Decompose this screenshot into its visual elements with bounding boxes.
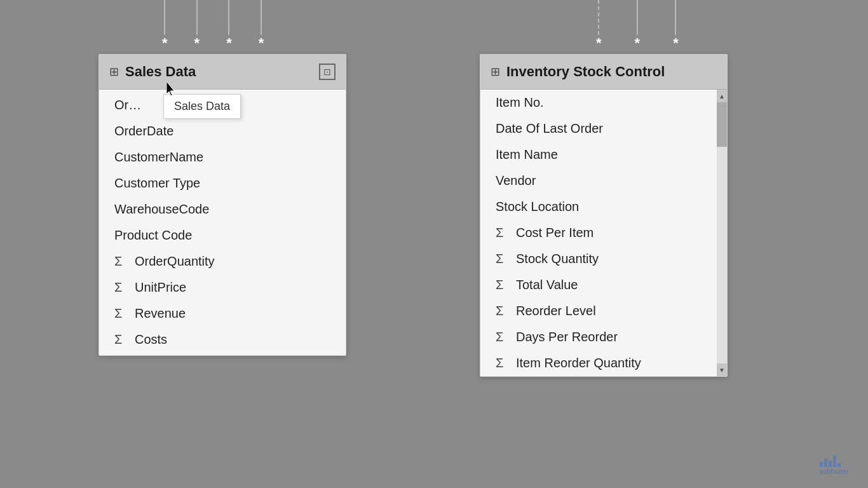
field-costperitem-label: Cost Per Item: [516, 226, 593, 240]
field-stocklocation-label: Stock Location: [496, 200, 579, 214]
asterisk-right-2: *: [635, 35, 641, 51]
inventory-body: Item No. Date Of Last Order Item Name Ve…: [480, 90, 727, 376]
field-costs-label: Costs: [135, 332, 167, 347]
field-unitprice-label: UnitPrice: [135, 280, 186, 295]
watermark-bar-3: [829, 461, 832, 467]
inventory-table: ⊞ Inventory Stock Control Item No. Date …: [480, 54, 728, 377]
field-orderquantity[interactable]: Σ OrderQuantity: [99, 248, 346, 274]
inventory-title: Inventory Stock Control: [506, 64, 717, 80]
field-customername-label: CustomerName: [114, 150, 203, 165]
field-orderquantity-label: OrderQuantity: [135, 254, 215, 269]
inventory-header: ⊞ Inventory Stock Control: [480, 55, 727, 90]
field-totalvalue[interactable]: Σ Total Value: [480, 272, 715, 298]
watermark-text: subfooter: [820, 468, 849, 475]
field-warehousecode[interactable]: WarehouseCode: [99, 196, 346, 222]
sigma-orderquantity: Σ: [114, 254, 128, 269]
field-reorderlevel[interactable]: Σ Reorder Level: [480, 298, 715, 324]
watermark-bar-4: [833, 456, 836, 467]
sales-data-header: ⊞ Sales Data ⊡: [99, 55, 346, 90]
sigma-itemreorderqty: Σ: [496, 356, 510, 370]
field-costperitem[interactable]: Σ Cost Per Item: [480, 220, 715, 246]
field-vendor-label: Vendor: [496, 173, 536, 188]
table-grid-icon: ⊞: [109, 65, 119, 79]
field-customername[interactable]: CustomerName: [99, 144, 346, 170]
field-itemname[interactable]: Item Name: [480, 142, 715, 168]
field-orderdate-label: OrderDate: [114, 124, 173, 139]
asterisk-right-1: *: [596, 35, 602, 51]
field-stocklocation[interactable]: Stock Location: [480, 194, 715, 220]
field-customertype-label: Customer Type: [114, 176, 200, 191]
field-daysperreorder[interactable]: Σ Days Per Reorder: [480, 324, 715, 350]
field-revenue-label: Revenue: [135, 306, 186, 321]
watermark-chart: [820, 456, 849, 467]
field-itemreorderqty-label: Item Reorder Quantity: [516, 356, 641, 370]
field-itemreorderqty[interactable]: Σ Item Reorder Quantity: [480, 350, 715, 376]
sigma-costperitem: Σ: [496, 226, 510, 240]
expand-icon: ⊡: [323, 67, 331, 77]
scroll-up-button[interactable]: ▲: [717, 90, 727, 102]
asterisk-left-3: *: [226, 35, 232, 51]
field-reorderlevel-label: Reorder Level: [516, 304, 596, 318]
field-datelastorder-label: Date Of Last Order: [496, 121, 603, 136]
asterisk-left-1: *: [162, 35, 168, 51]
field-costs[interactable]: Σ Costs: [99, 327, 346, 353]
scroll-down-button[interactable]: ▼: [717, 363, 727, 376]
field-itemname-label: Item Name: [496, 147, 558, 162]
sigma-unitprice: Σ: [114, 280, 128, 295]
field-vendor[interactable]: Vendor: [480, 168, 715, 194]
sigma-costs: Σ: [114, 332, 128, 347]
field-itemno-label: Item No.: [496, 95, 544, 110]
field-itemno[interactable]: Item No.: [480, 90, 715, 116]
watermark-bar-5: [837, 463, 841, 467]
field-totalvalue-label: Total Value: [516, 278, 578, 292]
inventory-grid-icon: ⊞: [491, 65, 500, 79]
sigma-reorderlevel: Σ: [496, 304, 510, 318]
watermark: subfooter: [820, 456, 849, 475]
watermark-bar-1: [820, 462, 823, 467]
field-daysperreorder-label: Days Per Reorder: [516, 330, 618, 344]
sigma-totalvalue: Σ: [496, 278, 510, 292]
asterisk-left-4: *: [259, 35, 264, 51]
scroll-up-icon: ▲: [719, 93, 725, 100]
sales-data-body: Or… OrderDate CustomerName Customer Type…: [99, 90, 346, 355]
asterisk-left-2: *: [194, 35, 200, 51]
sales-data-expand-button[interactable]: ⊡: [319, 64, 336, 80]
inventory-body-wrapper: Item No. Date Of Last Order Item Name Ve…: [480, 90, 727, 376]
scrollbar-thumb[interactable]: [717, 102, 727, 147]
field-productcode[interactable]: Product Code: [99, 222, 346, 248]
field-stockquantity-label: Stock Quantity: [516, 252, 599, 266]
field-productcode-label: Product Code: [114, 228, 192, 243]
sigma-revenue: Σ: [114, 306, 128, 321]
scrollbar-track[interactable]: ▲ ▼: [717, 90, 727, 376]
field-orderdate[interactable]: OrderDate: [99, 118, 346, 144]
field-datelastorder[interactable]: Date Of Last Order: [480, 116, 715, 142]
scroll-down-icon: ▼: [719, 367, 725, 374]
field-orderid-label: Or…: [114, 98, 141, 112]
field-unitprice[interactable]: Σ UnitPrice: [99, 274, 346, 301]
asterisk-right-3: *: [673, 35, 679, 51]
field-warehousecode-label: WarehouseCode: [114, 202, 209, 217]
watermark-bar-2: [824, 458, 827, 467]
sigma-stockquantity: Σ: [496, 252, 510, 266]
field-revenue[interactable]: Σ Revenue: [99, 301, 346, 327]
sales-data-tooltip: Sales Data: [163, 94, 241, 119]
sales-data-title: Sales Data: [125, 64, 313, 80]
tooltip-text: Sales Data: [174, 100, 230, 112]
sigma-daysperreorder: Σ: [496, 330, 510, 344]
field-stockquantity[interactable]: Σ Stock Quantity: [480, 246, 715, 272]
field-customertype[interactable]: Customer Type: [99, 170, 346, 196]
